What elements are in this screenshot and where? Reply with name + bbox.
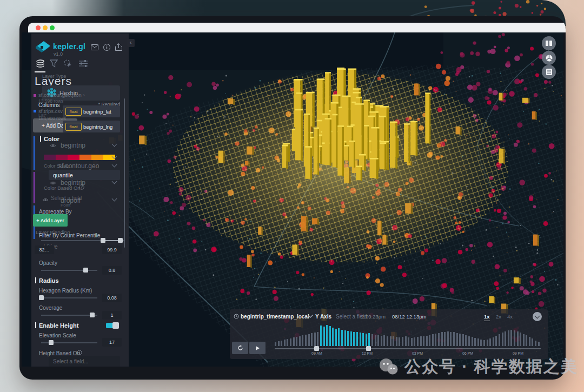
height-field-selector[interactable]: Select a field...	[49, 356, 120, 367]
time-slider-handle-right[interactable]	[366, 346, 371, 351]
collapse-time-widget-button[interactable]	[533, 312, 542, 321]
tick-label: 06 PM	[462, 351, 473, 355]
histogram-bar	[296, 337, 297, 346]
histogram-bar	[480, 340, 482, 346]
histogram-bar	[459, 334, 461, 346]
hexagon-radius-input[interactable]: 0.08	[102, 294, 122, 302]
histogram-bar	[474, 338, 476, 346]
histogram-bar	[444, 332, 446, 346]
chevron-down-icon[interactable]	[112, 142, 117, 147]
radius-section-header: Radius	[39, 277, 59, 284]
minimize-window-button[interactable]	[43, 25, 48, 30]
histogram-bar	[320, 325, 322, 346]
hexagon-radius-handle[interactable]	[39, 295, 44, 300]
app-window: begintrip_timestamp_local Y Axis Select …	[19, 16, 566, 380]
opacity-handle[interactable]	[83, 268, 88, 273]
watermark-text: 公众号 · 科学数据之美	[404, 356, 578, 378]
tab-layers[interactable]	[36, 59, 45, 68]
watermark: 公众号 · 科学数据之美	[379, 356, 578, 378]
histogram-bar	[275, 342, 276, 346]
export-icon[interactable]	[115, 43, 122, 51]
eye-icon[interactable]	[42, 197, 49, 202]
percentile-min-input[interactable]: 82…	[35, 245, 54, 254]
percentile-max-input[interactable]: 99.9	[102, 245, 122, 254]
speed-2x-button[interactable]: 2x	[496, 314, 501, 320]
speed-4x-button[interactable]: 4x	[507, 314, 513, 320]
histogram-bar	[423, 336, 424, 346]
info-icon[interactable]	[103, 44, 110, 51]
play-button[interactable]	[249, 342, 266, 354]
opacity-label: Opacity	[39, 260, 57, 266]
toggle-3d-button[interactable]	[542, 51, 556, 65]
eye-icon[interactable]	[50, 143, 56, 148]
split-map-button[interactable]	[542, 36, 556, 50]
window-titlebar	[28, 23, 566, 32]
coverage-handle[interactable]	[90, 313, 95, 317]
info-icon	[79, 184, 84, 190]
chevron-down-icon[interactable]	[112, 196, 117, 202]
speed-1x-button[interactable]: 1x	[484, 314, 490, 321]
side-panel: kepler.gl v1.0 Layer Type Layers Hexbin …	[31, 34, 129, 367]
histogram-bar	[447, 331, 449, 346]
histogram-bar	[535, 341, 536, 346]
dataset-color-dot	[34, 110, 36, 112]
opacity-input[interactable]: 0.8	[102, 266, 122, 275]
histogram-bar	[502, 333, 503, 346]
tab-interactions[interactable]	[64, 59, 72, 68]
histogram-bar	[390, 336, 391, 346]
coverage-track[interactable]	[41, 315, 97, 316]
time-field-name[interactable]: begintrip_timestamp_local	[241, 314, 309, 320]
histogram-bar	[368, 333, 370, 346]
percentile-handle-max[interactable]	[118, 238, 123, 243]
histogram-bar	[387, 336, 388, 346]
histogram-bar	[383, 335, 385, 346]
opacity-slider-track[interactable]	[41, 270, 97, 271]
mail-icon[interactable]	[91, 44, 98, 50]
show-legend-button[interactable]	[542, 65, 556, 79]
ghost-dataset-name[interactable]: sf.contour.geo.json ›	[38, 92, 85, 98]
histogram-bar	[350, 331, 352, 346]
ghost-layer-name[interactable]: sf.contour.geo	[58, 162, 99, 170]
dataset-color-dot	[34, 94, 36, 97]
histogram-bar	[538, 342, 540, 346]
elevation-handle[interactable]	[49, 340, 54, 345]
sidebar-scrollbar[interactable]	[124, 98, 125, 248]
tick-label: 09 PM	[513, 351, 523, 355]
histogram-bar	[432, 334, 434, 346]
ghost-layer-name[interactable]: begintrip	[61, 142, 85, 149]
color-palette-bar[interactable]	[44, 155, 115, 160]
histogram-bar	[290, 338, 291, 346]
histogram-bar	[287, 339, 288, 346]
add-layer-label: + Add Layer	[36, 218, 64, 223]
collapse-sidebar-button[interactable]: ‹	[127, 39, 135, 47]
time-slider-handle-left[interactable]	[314, 346, 319, 351]
add-layer-button[interactable]: + Add Layer	[33, 214, 68, 227]
enable-height-toggle[interactable]	[106, 323, 119, 328]
reset-button[interactable]	[232, 342, 248, 354]
histogram-bar	[426, 336, 428, 346]
coverage-input[interactable]: 1	[102, 311, 122, 320]
elevation-input[interactable]: 17	[102, 338, 122, 347]
histogram-bar	[366, 334, 367, 346]
histogram-bar	[326, 325, 328, 346]
histogram-bar	[468, 336, 470, 346]
histogram-bar	[329, 326, 331, 346]
chevron-down-icon[interactable]	[112, 162, 117, 168]
histogram-bar	[302, 335, 303, 346]
hexagon-radius-track[interactable]	[41, 297, 97, 298]
lat-field-selector[interactable]: float begintrip_lat	[63, 105, 120, 117]
histogram-bar	[399, 337, 400, 346]
histogram-bar	[411, 338, 413, 346]
percentile-handle-min[interactable]	[101, 238, 105, 243]
lng-field-selector[interactable]: float begintrip_lng	[63, 121, 120, 132]
histogram-bar	[396, 337, 397, 346]
kepler-logo	[36, 41, 51, 54]
histogram-bar	[435, 334, 436, 346]
zoom-window-button[interactable]	[50, 25, 55, 30]
tab-basemap[interactable]	[79, 59, 88, 68]
histogram-bar	[462, 334, 464, 346]
tab-filters[interactable]	[50, 59, 58, 68]
histogram-bar	[508, 330, 509, 346]
field-type-badge: float	[65, 123, 82, 131]
close-window-button[interactable]	[36, 25, 41, 30]
